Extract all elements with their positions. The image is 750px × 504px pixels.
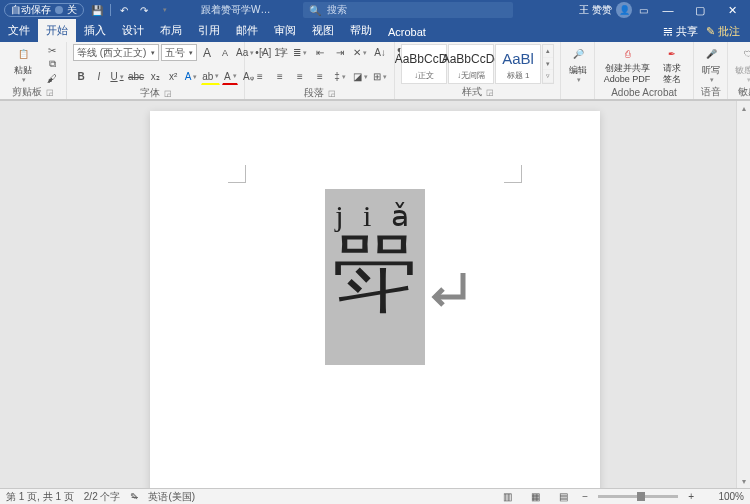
clipboard-launcher-icon[interactable]: ◲ (46, 88, 54, 97)
search-icon: 🔍 (309, 5, 321, 16)
save-icon[interactable]: 💾 (90, 3, 104, 17)
scroll-up-icon[interactable]: ▴ (737, 101, 750, 115)
vertical-scrollbar[interactable]: ▴ ▾ (736, 101, 750, 488)
asian-layout-button[interactable]: ✕ (351, 44, 369, 61)
find-icon: 🔎 (567, 44, 589, 65)
qat-customize-icon[interactable] (157, 3, 171, 17)
dictate-button[interactable]: 🎤 听写 (700, 44, 722, 84)
chevron-up-icon: ▴ (543, 45, 553, 58)
focus-mode-icon[interactable]: ▥ (498, 490, 516, 504)
margin-marker-icon (504, 165, 522, 183)
shrink-font-button[interactable]: A (217, 44, 233, 61)
font-color-button[interactable]: A (222, 68, 238, 85)
align-left-button[interactable]: ≡ (251, 68, 269, 85)
ribbon-display-icon[interactable]: ▭ (636, 3, 650, 17)
style-normal[interactable]: AaBbCcDc ↓正文 (401, 44, 447, 84)
tab-home[interactable]: 开始 (38, 19, 76, 42)
maximize-icon[interactable]: ▢ (686, 0, 714, 20)
font-family-select[interactable]: 等线 (西文正文)▾ (73, 44, 159, 61)
create-share-pdf-button[interactable]: ⎙ 创建并共享 Adobe PDF (601, 44, 653, 84)
style-no-spacing[interactable]: AaBbCcDc ↓无间隔 (448, 44, 494, 84)
selected-text-block[interactable]: j i ǎ 斝 (325, 189, 425, 365)
share-button[interactable]: 𝌣共享 (663, 24, 698, 39)
font-size-select[interactable]: 五号▾ (161, 44, 197, 61)
search-input[interactable]: 🔍 搜索 (303, 2, 513, 18)
paragraph-launcher-icon[interactable]: ◲ (328, 89, 336, 98)
tab-mailings[interactable]: 邮件 (228, 19, 266, 42)
word-count[interactable]: 2/2 个字 (84, 490, 121, 504)
pdf-icon: ⎙ (616, 44, 638, 63)
comments-button[interactable]: ✎批注 (706, 24, 740, 39)
copy-icon[interactable]: ⧉ (44, 58, 60, 70)
title-bar: 自动保存 关 💾 ↶ ↷ 跟着赞哥学W… 🔍 搜索 王 赞赞 👤 ▭ — ▢ ✕ (0, 0, 750, 20)
multilevel-button[interactable]: ≣ (291, 44, 309, 61)
tab-help[interactable]: 帮助 (342, 19, 380, 42)
tab-file[interactable]: 文件 (0, 19, 38, 42)
tab-design[interactable]: 设计 (114, 19, 152, 42)
bullets-button[interactable]: • (251, 44, 269, 61)
numbering-button[interactable]: 1 (271, 44, 289, 61)
grow-font-button[interactable]: A (199, 44, 215, 61)
ribbon-tabs: 文件 开始 插入 设计 布局 引用 邮件 审阅 视图 帮助 Acrobat 𝌣共… (0, 20, 750, 42)
font-launcher-icon[interactable]: ◲ (164, 89, 172, 98)
increase-indent-button[interactable]: ⇥ (331, 44, 349, 61)
page-info[interactable]: 第 1 页, 共 1 页 (6, 490, 74, 504)
italic-button[interactable]: I (91, 68, 107, 85)
decrease-indent-button[interactable]: ⇤ (311, 44, 329, 61)
superscript-button[interactable]: x² (165, 68, 181, 85)
document-area[interactable]: j i ǎ 斝 ▴ ▾ (0, 100, 750, 488)
style-heading1[interactable]: AaBl 标题 1 (495, 44, 541, 84)
strike-button[interactable]: abc (127, 68, 145, 85)
minimize-icon[interactable]: — (654, 0, 682, 20)
tab-insert[interactable]: 插入 (76, 19, 114, 42)
redo-icon[interactable]: ↷ (137, 3, 151, 17)
tab-view[interactable]: 视图 (304, 19, 342, 42)
bold-button[interactable]: B (73, 68, 89, 85)
sort-button[interactable]: A↓ (371, 44, 389, 61)
align-center-button[interactable]: ≡ (271, 68, 289, 85)
align-right-button[interactable]: ≡ (291, 68, 309, 85)
tab-review[interactable]: 审阅 (266, 19, 304, 42)
zoom-in-button[interactable]: + (688, 491, 694, 502)
justify-button[interactable]: ≡ (311, 68, 329, 85)
group-sensitivity: 🛡 敏感度 敏感度 (728, 42, 750, 99)
web-layout-icon[interactable]: ▤ (554, 490, 572, 504)
ribbon: 📋 粘贴 ✂ ⧉ 🖌 剪贴板◲ 等线 (西文正文)▾ 五号▾ A A Aa [A… (0, 42, 750, 100)
cut-icon[interactable]: ✂ (44, 44, 60, 56)
styles-gallery-expand[interactable]: ▴ ▾ ▿ (542, 44, 554, 84)
spellcheck-icon[interactable]: ✎̶ (130, 491, 138, 502)
tab-layout[interactable]: 布局 (152, 19, 190, 42)
tab-acrobat[interactable]: Acrobat (380, 22, 434, 42)
scroll-down-icon[interactable]: ▾ (737, 474, 750, 488)
paste-button[interactable]: 📋 粘贴 (6, 44, 40, 84)
user-name[interactable]: 王 赞赞 (579, 3, 612, 17)
tab-references[interactable]: 引用 (190, 19, 228, 42)
page[interactable]: j i ǎ 斝 (150, 111, 600, 488)
line-spacing-button[interactable]: ‡ (331, 68, 349, 85)
highlight-button[interactable]: ab (201, 68, 220, 85)
autosave-toggle[interactable]: 自动保存 关 (4, 3, 84, 17)
shield-icon: 🛡 (737, 44, 750, 65)
document-title: 跟着赞哥学W… (201, 3, 270, 17)
sensitivity-button[interactable]: 🛡 敏感度 (734, 44, 750, 84)
styles-launcher-icon[interactable]: ◲ (486, 88, 494, 97)
borders-button[interactable]: ⊞ (371, 68, 389, 85)
zoom-slider[interactable] (598, 495, 678, 498)
user-avatar-icon[interactable]: 👤 (616, 2, 632, 18)
close-icon[interactable]: ✕ (718, 0, 746, 20)
zoom-level[interactable]: 100% (704, 491, 744, 502)
comment-icon: ✎ (706, 25, 715, 38)
editing-button[interactable]: 🔎 编辑 (567, 44, 589, 84)
toggle-knob-icon (55, 6, 63, 14)
shading-button[interactable]: ◪ (351, 68, 369, 85)
request-signature-button[interactable]: ✒ 请求 签名 (657, 44, 687, 84)
underline-button[interactable]: U (109, 68, 125, 85)
format-painter-icon[interactable]: 🖌 (44, 72, 60, 84)
print-layout-icon[interactable]: ▦ (526, 490, 544, 504)
subscript-button[interactable]: x₂ (147, 68, 163, 85)
paste-icon: 📋 (12, 44, 34, 65)
language-label[interactable]: 英语(美国) (148, 490, 195, 504)
zoom-out-button[interactable]: − (582, 491, 588, 502)
text-effects-button[interactable]: A (183, 68, 199, 85)
undo-icon[interactable]: ↶ (117, 3, 131, 17)
